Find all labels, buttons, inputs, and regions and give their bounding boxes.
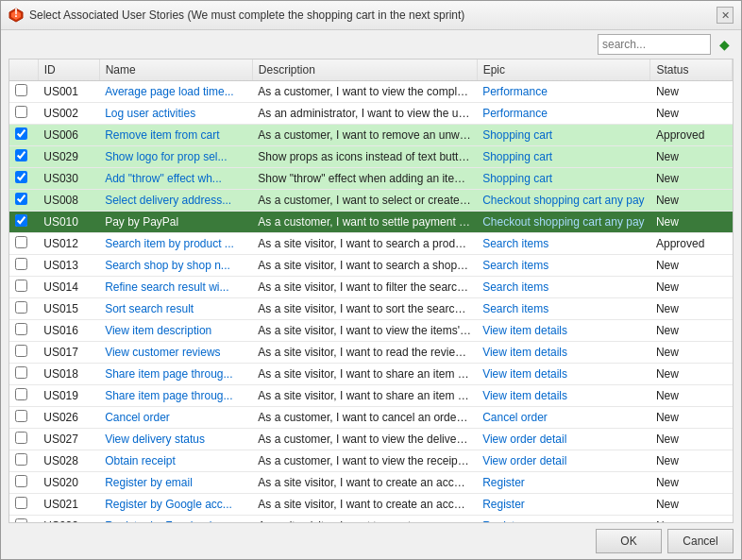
header-description: Description	[252, 59, 477, 81]
row-id: US018	[38, 364, 99, 385]
row-epic: Shopping cart	[477, 146, 650, 168]
row-name: Share item page throug...	[99, 364, 252, 385]
table-row[interactable]: US006Remove item from cartAs a customer,…	[9, 125, 733, 146]
row-name: Register by Facebook a...	[99, 516, 252, 524]
row-id: US006	[38, 125, 99, 146]
table-row[interactable]: US027View delivery statusAs a customer, …	[9, 429, 733, 450]
table-row[interactable]: US028Obtain receiptAs a customer, I want…	[9, 450, 733, 472]
row-epic: Search items	[477, 298, 650, 320]
table-row[interactable]: US014Refine search result wi...As a site…	[9, 277, 733, 298]
row-description: As a site visitor, I want to sort the se…	[252, 298, 477, 320]
table-row[interactable]: US016View item descriptionAs a site visi…	[9, 320, 733, 342]
row-name: Sort search result	[99, 298, 252, 320]
row-epic: Search items	[477, 255, 650, 277]
row-checkbox[interactable]	[15, 475, 27, 487]
search-input[interactable]	[598, 34, 711, 55]
row-description: As a site visitor, I want to read the re…	[252, 342, 477, 364]
row-status: New	[650, 494, 733, 516]
row-checkbox[interactable]	[15, 106, 27, 118]
table-row[interactable]: US002Log user activitiesAs an administra…	[9, 103, 733, 125]
row-name: View customer reviews	[99, 342, 252, 364]
row-status: New	[650, 277, 733, 298]
svg-text:!: !	[14, 8, 18, 20]
row-id: US017	[38, 342, 99, 364]
table-row[interactable]: US001Average page load time...As a custo…	[9, 81, 733, 103]
table-row[interactable]: US030Add "throw" effect wh...Show "throw…	[9, 168, 733, 190]
row-description: As a customer, I want to view the comple…	[252, 81, 477, 103]
row-checkbox[interactable]	[15, 345, 27, 357]
cancel-button[interactable]: Cancel	[667, 529, 734, 553]
search-icon-button[interactable]: ◆	[715, 35, 734, 54]
row-checkbox[interactable]	[15, 280, 27, 292]
row-checkbox[interactable]	[15, 171, 27, 183]
table-row[interactable]: US026Cancel orderAs a customer, I want t…	[9, 407, 733, 429]
row-epic: Shopping cart	[477, 168, 650, 190]
row-description: As a customer, I want to view the delive…	[252, 429, 477, 450]
row-status: New	[650, 298, 733, 320]
row-name: Search shop by shop n...	[99, 255, 252, 277]
row-id: US027	[38, 429, 99, 450]
row-checkbox[interactable]	[15, 366, 27, 379]
row-checkbox[interactable]	[15, 301, 27, 314]
row-checkbox[interactable]	[15, 497, 27, 509]
row-checkbox[interactable]	[15, 410, 27, 422]
row-description: As an administrator, I want to view the …	[252, 103, 477, 125]
row-status: New	[650, 190, 733, 212]
table-row[interactable]: US013Search shop by shop n...As a site v…	[9, 255, 733, 277]
row-checkbox[interactable]	[15, 258, 27, 270]
row-status: New	[650, 168, 733, 190]
row-id: US008	[38, 190, 99, 212]
row-status: Approved	[650, 125, 733, 146]
row-description: As a customer, I want to view the receip…	[252, 450, 477, 472]
row-id: US010	[38, 212, 99, 233]
row-name: Show logo for prop sel...	[99, 146, 252, 168]
row-checkbox[interactable]	[15, 453, 27, 466]
row-id: US030	[38, 168, 99, 190]
row-id: US001	[38, 81, 99, 103]
table-row[interactable]: US010Pay by PayPalAs a customer, I want …	[9, 212, 733, 233]
row-id: US013	[38, 255, 99, 277]
row-description: As a customer, I want to remove an unwan…	[252, 125, 477, 146]
row-status: New	[650, 320, 733, 342]
dialog-icon: !	[8, 8, 24, 23]
row-checkbox[interactable]	[15, 193, 27, 205]
row-id: US019	[38, 385, 99, 407]
row-epic: View item details	[477, 385, 650, 407]
row-id: US012	[38, 233, 99, 255]
table-row[interactable]: US008Select delivery address...As a cust…	[9, 190, 733, 212]
table-row[interactable]: US022Register by Facebook a...As a site …	[9, 516, 733, 524]
table-row[interactable]: US019Share item page throug...As a site …	[9, 385, 733, 407]
row-name: View item description	[99, 320, 252, 342]
row-name: Search item by product ...	[99, 233, 252, 255]
row-status: New	[650, 81, 733, 103]
row-checkbox[interactable]	[15, 236, 27, 248]
row-name: Obtain receipt	[99, 450, 252, 472]
table-row[interactable]: US021Register by Google acc...As a site …	[9, 494, 733, 516]
table-row[interactable]: US015Sort search resultAs a site visitor…	[9, 298, 733, 320]
row-checkbox[interactable]	[15, 84, 27, 96]
row-status: Approved	[650, 233, 733, 255]
row-checkbox[interactable]	[15, 214, 27, 227]
row-checkbox[interactable]	[15, 388, 27, 400]
table-row[interactable]: US020Register by emailAs a site visitor,…	[9, 472, 733, 494]
table-container[interactable]: ID Name Description Epic Status US001Ave…	[8, 59, 734, 523]
table-row[interactable]: US018Share item page throug...As a site …	[9, 364, 733, 385]
row-checkbox[interactable]	[15, 323, 27, 335]
row-checkbox[interactable]	[15, 432, 27, 444]
header-name: Name	[99, 59, 252, 81]
row-description: As a customer, I want to select or creat…	[252, 190, 477, 212]
table-row[interactable]: US012Search item by product ...As a site…	[9, 233, 733, 255]
row-status: New	[650, 146, 733, 168]
ok-button[interactable]: OK	[596, 529, 662, 553]
row-description: As a site visitor, I want to view the it…	[252, 320, 477, 342]
row-name: Select delivery address...	[99, 190, 252, 212]
table-row[interactable]: US029Show logo for prop sel...Show props…	[9, 146, 733, 168]
close-button[interactable]: ✕	[717, 7, 734, 24]
row-checkbox[interactable]	[15, 149, 27, 161]
row-id: US021	[38, 494, 99, 516]
row-checkbox[interactable]	[15, 127, 27, 140]
row-id: US029	[38, 146, 99, 168]
row-status: New	[650, 255, 733, 277]
row-epic: Register	[477, 494, 650, 516]
table-row[interactable]: US017View customer reviewsAs a site visi…	[9, 342, 733, 364]
